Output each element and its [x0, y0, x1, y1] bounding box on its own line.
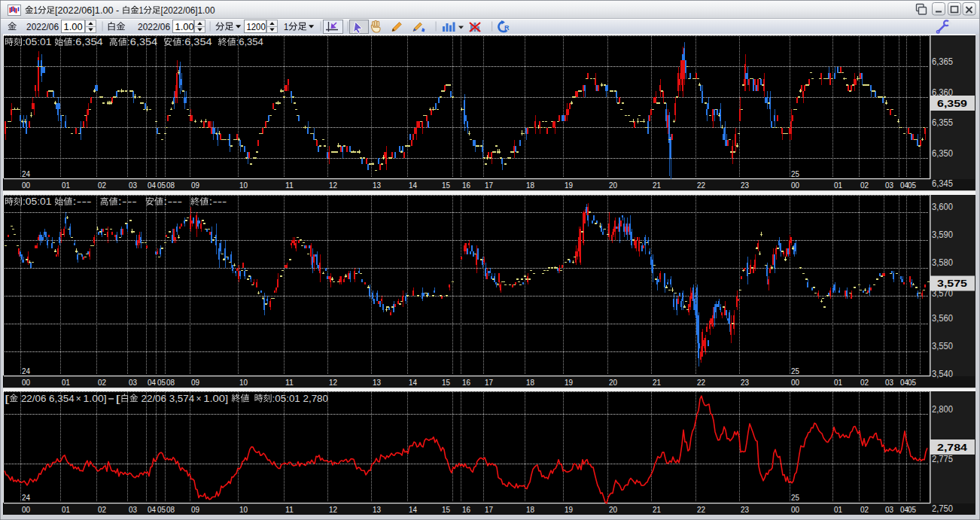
svg-text:23: 23 [741, 181, 749, 190]
svg-text:10: 10 [239, 181, 248, 190]
svg-text:1.00: 1.00 [175, 22, 194, 32]
svg-text:21: 21 [653, 181, 661, 190]
svg-text:11: 11 [285, 378, 294, 387]
svg-text:1200: 1200 [247, 22, 266, 32]
svg-text::6,354: :6,354 [127, 37, 163, 47]
svg-text:3,600: 3,600 [932, 202, 953, 212]
svg-text:23: 23 [741, 505, 749, 514]
svg-text:02: 02 [860, 505, 869, 514]
svg-text:00: 00 [22, 505, 30, 514]
svg-text:00: 00 [791, 181, 799, 190]
svg-text:02: 02 [98, 378, 106, 387]
svg-text:2022/06: 2022/06 [138, 22, 170, 32]
svg-text:14: 14 [409, 181, 417, 190]
svg-text:13: 13 [373, 181, 381, 190]
svg-text:02: 02 [860, 181, 869, 190]
svg-text:03: 03 [129, 378, 137, 387]
svg-text:00: 00 [22, 181, 30, 190]
svg-text:2022/06: 2022/06 [26, 22, 59, 32]
svg-text:01: 01 [62, 505, 70, 514]
svg-text:20: 20 [609, 378, 617, 387]
svg-text:03: 03 [129, 181, 137, 190]
svg-text:05: 05 [908, 378, 916, 387]
svg-text:11: 11 [285, 505, 294, 514]
svg-text:3,580: 3,580 [932, 257, 953, 268]
svg-text:05: 05 [157, 505, 166, 514]
svg-text:03: 03 [885, 505, 893, 514]
svg-text:12: 12 [329, 181, 337, 190]
svg-text::05:01: :05:01 [23, 196, 54, 207]
svg-text:25: 25 [791, 493, 799, 502]
svg-text:10: 10 [239, 505, 248, 514]
svg-text:6,355: 6,355 [932, 117, 953, 128]
svg-text::---: :--- [118, 196, 145, 207]
svg-text:18: 18 [526, 181, 534, 190]
svg-text:19: 19 [565, 378, 573, 387]
svg-text:01: 01 [834, 378, 842, 387]
svg-text:22/06 6,354: 22/06 6,354 [18, 394, 75, 404]
svg-text:09: 09 [191, 181, 199, 190]
svg-text:1: 1 [139, 5, 144, 16]
svg-text::---: :--- [163, 196, 190, 207]
svg-text:18: 18 [526, 505, 534, 514]
svg-text:24: 24 [22, 493, 30, 502]
svg-text::05:01: :05:01 [23, 37, 54, 47]
svg-text:20: 20 [609, 505, 617, 514]
svg-text:09: 09 [191, 505, 199, 514]
svg-text:18: 18 [526, 378, 534, 387]
svg-text:2,784: 2,784 [937, 442, 968, 453]
svg-text:05: 05 [157, 181, 166, 190]
svg-text:16: 16 [462, 378, 470, 387]
svg-text:R: R [504, 24, 510, 32]
svg-text::6,354: :6,354 [236, 37, 264, 47]
svg-text:22/06 3,574: 22/06 3,574 [138, 394, 195, 404]
svg-text:04: 04 [148, 505, 156, 514]
svg-text:04: 04 [148, 378, 156, 387]
svg-text:2,750: 2,750 [932, 503, 953, 514]
svg-text:24: 24 [22, 366, 30, 376]
svg-text:×: × [76, 394, 81, 404]
svg-text::05:01 2,780: :05:01 2,780 [272, 394, 329, 404]
svg-text:01: 01 [834, 181, 842, 190]
svg-text:00: 00 [791, 378, 799, 387]
svg-text::---: :--- [72, 196, 99, 207]
svg-text:22: 22 [697, 181, 705, 190]
svg-text::6,354: :6,354 [181, 37, 218, 47]
svg-text:[2022/06]1.00: [2022/06]1.00 [160, 5, 215, 16]
svg-text:[2022/06]1.00 -: [2022/06]1.00 - [55, 5, 122, 16]
svg-text:21: 21 [653, 505, 661, 514]
svg-text:25: 25 [791, 366, 799, 376]
svg-text:17: 17 [485, 378, 493, 387]
svg-text:04: 04 [148, 181, 156, 190]
svg-text:2,775: 2,775 [932, 454, 953, 464]
svg-text:00: 00 [791, 505, 799, 514]
svg-text:23: 23 [741, 378, 749, 387]
svg-text:01: 01 [834, 505, 842, 514]
svg-text:05: 05 [908, 181, 916, 190]
svg-text:22: 22 [697, 378, 705, 387]
svg-text:02: 02 [98, 505, 106, 514]
svg-text:3,550: 3,550 [932, 341, 953, 351]
svg-text:17: 17 [485, 505, 493, 514]
svg-text:03: 03 [885, 378, 893, 387]
svg-text:03: 03 [129, 505, 137, 514]
svg-text:14: 14 [409, 505, 417, 514]
svg-text::---: :--- [208, 196, 227, 207]
svg-text:12: 12 [329, 378, 337, 387]
svg-text:16: 16 [462, 505, 470, 514]
svg-text:3,560: 3,560 [932, 313, 953, 324]
svg-text:6,350: 6,350 [932, 148, 953, 159]
svg-text:24: 24 [22, 169, 30, 178]
svg-text:13: 13 [373, 378, 381, 387]
svg-text:11: 11 [285, 181, 294, 190]
svg-text:2,800: 2,800 [932, 404, 953, 415]
svg-text:1.00: 1.00 [64, 22, 83, 32]
svg-text:25: 25 [791, 169, 799, 178]
svg-text:13: 13 [373, 505, 381, 514]
svg-text:03: 03 [885, 181, 893, 190]
svg-text:19: 19 [565, 181, 573, 190]
svg-text:15: 15 [442, 378, 450, 387]
svg-text:01: 01 [62, 181, 70, 190]
svg-text:20: 20 [609, 181, 617, 190]
svg-text:05: 05 [157, 378, 166, 387]
